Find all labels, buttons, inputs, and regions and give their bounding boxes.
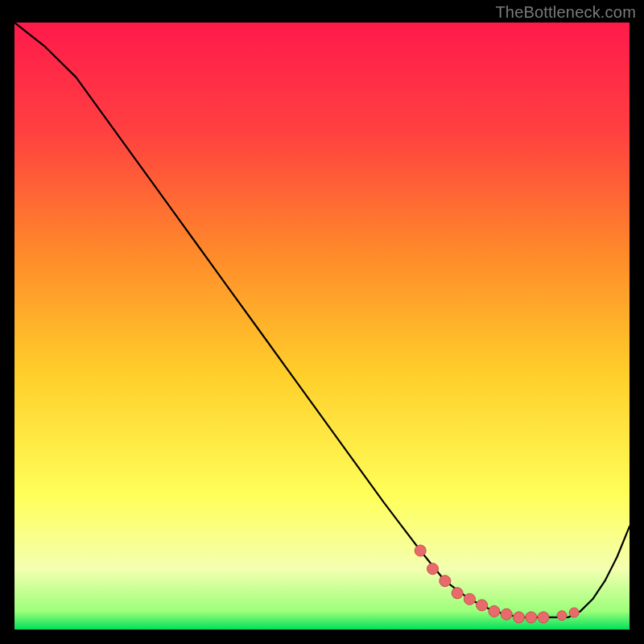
marker-dot	[464, 593, 475, 605]
marker-dot	[538, 612, 549, 623]
marker-dot	[569, 608, 579, 617]
marker-dot	[415, 545, 426, 556]
chart-frame: TheBottleneck.com	[0, 0, 644, 644]
marker-dot	[489, 605, 500, 617]
chart-svg	[14, 23, 630, 630]
marker-dot	[514, 612, 525, 623]
marker-dot	[452, 588, 463, 599]
marker-dot	[526, 612, 537, 623]
watermark-text: TheBottleneck.com	[495, 3, 636, 22]
marker-dot	[501, 609, 512, 620]
plot-area	[14, 23, 630, 630]
gradient-background	[14, 23, 630, 630]
marker-dot	[477, 600, 488, 611]
marker-dot	[557, 611, 567, 621]
marker-dot	[440, 576, 451, 587]
marker-dot	[427, 564, 439, 575]
